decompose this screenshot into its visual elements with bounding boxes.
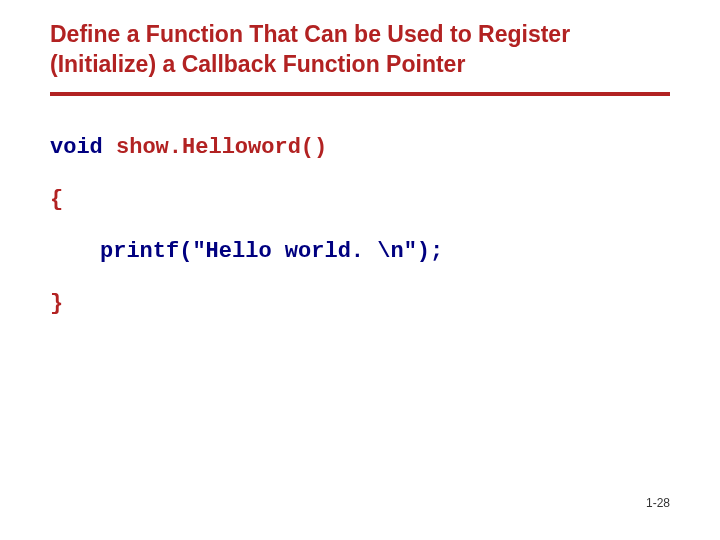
divider-line <box>50 92 670 96</box>
parentheses: () <box>301 135 327 160</box>
page-number: 1-28 <box>646 496 670 510</box>
code-line-printf: printf("Hello world. \n"); <box>50 230 670 274</box>
keyword-void: void <box>50 135 103 160</box>
slide-container: Define a Function That Can be Used to Re… <box>0 0 720 540</box>
code-line-close: } <box>50 282 670 326</box>
open-brace: { <box>50 187 63 212</box>
code-line-signature: void show.Helloword() <box>50 126 670 170</box>
function-name: show.Helloword <box>116 135 301 160</box>
code-space <box>103 135 116 160</box>
code-block: void show.Helloword() { printf("Hello wo… <box>50 126 670 326</box>
close-brace: } <box>50 291 63 316</box>
printf-call: printf("Hello world. \n"); <box>100 239 443 264</box>
slide-title: Define a Function That Can be Used to Re… <box>50 20 670 80</box>
code-line-open: { <box>50 178 670 222</box>
